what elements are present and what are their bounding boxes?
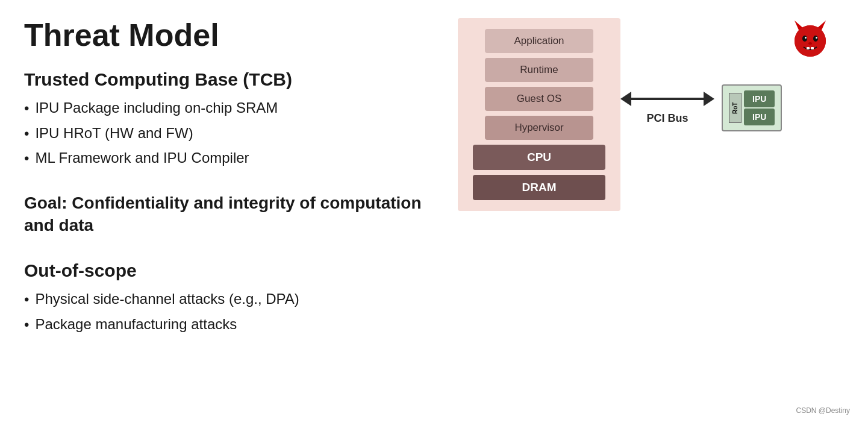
pci-ipu-section: PCI Bus RoT IPU IPU <box>620 84 782 131</box>
architecture-diagram: Application Runtime Guest OS Hypervisor … <box>458 18 782 211</box>
svg-point-6 <box>805 37 807 39</box>
page-title: Threat Model <box>24 18 434 52</box>
pci-bus-arrow: PCI Bus <box>620 92 714 125</box>
arrow-right-head <box>704 92 714 106</box>
guestos-layer: Guest OS <box>485 87 593 111</box>
list-item: Package manufacturing attacks <box>24 315 434 335</box>
application-layer: Application <box>485 29 593 53</box>
out-of-scope-list: Physical side-channel attacks (e.g., DPA… <box>24 289 434 339</box>
svg-point-8 <box>808 42 812 45</box>
svg-point-3 <box>795 25 826 57</box>
rot-label: RoT <box>729 93 742 123</box>
svg-rect-9 <box>807 47 810 49</box>
ipu-top-label: IPU <box>744 90 775 107</box>
list-item: ML Framework and IPU Compiler <box>24 148 434 168</box>
ipu-inner: IPU IPU <box>744 90 775 125</box>
goal-text: Goal: Confidentiality and integrity of c… <box>24 192 434 236</box>
list-item: IPU Package including on-chip SRAM <box>24 98 434 118</box>
tcb-heading: Trusted Computing Base (TCB) <box>24 69 434 90</box>
stack-box: Application Runtime Guest OS Hypervisor … <box>458 18 620 211</box>
cpu-layer: CPU <box>473 145 605 170</box>
tcb-bullet-list: IPU Package including on-chip SRAM IPU H… <box>24 98 434 173</box>
hypervisor-layer: Hypervisor <box>485 116 593 140</box>
left-column: Threat Model Trusted Computing Base (TCB… <box>24 18 434 359</box>
right-column: Application Runtime Guest OS Hypervisor … <box>458 18 844 359</box>
arrow-left-head <box>620 92 631 106</box>
arrow-body <box>631 98 704 100</box>
pci-bus-label: PCI Bus <box>646 112 688 125</box>
list-item: Physical side-channel attacks (e.g., DPA… <box>24 289 434 309</box>
list-item: IPU HRoT (HW and FW) <box>24 124 434 143</box>
svg-point-5 <box>813 36 818 42</box>
ipu-stack: RoT IPU IPU <box>729 90 775 125</box>
ipu-bottom-label: IPU <box>744 109 775 125</box>
ipu-box: RoT IPU IPU <box>722 84 782 131</box>
out-of-scope-heading: Out-of-scope <box>24 260 434 281</box>
runtime-layer: Runtime <box>485 58 593 82</box>
footer-text: CSDN @Destiny <box>796 406 850 415</box>
svg-rect-10 <box>811 47 814 49</box>
svg-point-4 <box>802 36 807 42</box>
dram-layer: DRAM <box>473 175 605 200</box>
svg-point-7 <box>816 37 817 39</box>
devil-icon <box>788 18 832 68</box>
